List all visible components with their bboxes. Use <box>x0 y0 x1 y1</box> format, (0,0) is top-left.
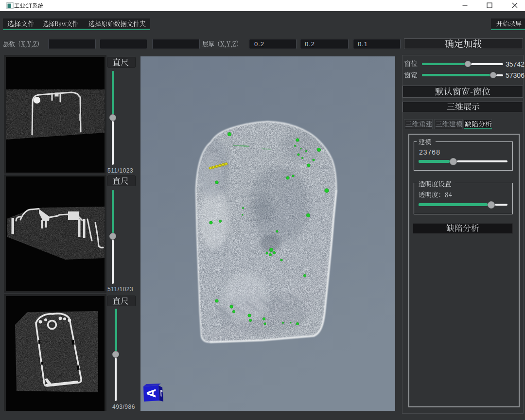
svg-text:A: A <box>144 389 158 398</box>
